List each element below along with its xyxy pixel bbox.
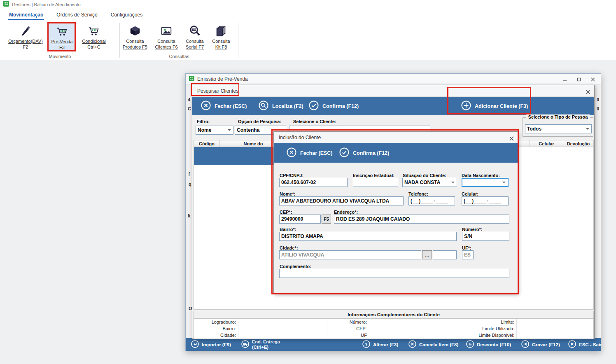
info-section-title: Informações Complementares do Cliente [194,311,594,318]
localiza-button[interactable]: Localiza (F2) [258,97,303,115]
uf-label: UF*: [462,245,471,250]
situacao-cliente-select[interactable]: NADA CONSTA [402,178,457,187]
cpf-value: 062.450.607-02 [281,180,316,185]
info-label: Limite Disponível: [463,332,517,339]
consulta-produtos-button[interactable]: Consulta Produtos F5 [121,23,149,50]
confirma-button[interactable]: Confirma (F12) [339,143,389,163]
pre-venda-button[interactable]: Pré-Venda F3 [49,23,75,51]
endereco-value: ROD ES 289 JOAQUIM CAIADO [336,216,410,222]
cep-value: 29490000 [281,216,303,222]
condicional-button[interactable]: Condicional Ctrl+C [81,23,107,50]
window-emissao-pre-venda: Emissão de Pré-Venda 4 0 C 0 [ q It O Pe… [185,73,601,351]
endereco-label: Endereço*: [334,210,358,215]
selecione-cliente-label: Selecione o Cliente: [293,119,336,124]
consulta-kit-button[interactable]: Consulta Kit F8 [209,23,233,50]
alterar-button[interactable]: $ Alterar (F3) [362,338,398,351]
app-title: Gestores | Balcão de Atendimento [12,2,81,7]
gravar-button[interactable]: Gravar (F12) [521,338,560,351]
desconto-button[interactable]: % Desconto (F10) [466,338,511,351]
cidade-search-button[interactable]: ... [422,250,432,259]
complemento-field[interactable] [279,269,509,278]
column-header-codigo[interactable]: Código [194,140,220,147]
tab-ordens-de-servico[interactable]: Ordens de Serviço [56,10,98,20]
close-icon[interactable] [509,135,514,142]
tipo-pessoa-group-label: Selecione o Tipo de Pessoa [526,114,590,119]
dialog-titlebar[interactable]: Pesquisar Clientes [192,85,594,97]
data-nascimento-select[interactable] [462,178,509,187]
close-icon[interactable] [586,89,590,96]
ribbon-separator [119,23,120,58]
end-entrega-button[interactable]: End. Entrega(Ctrl+E) [241,338,280,351]
fechar-button[interactable]: Fechar (ESC) [201,97,247,115]
button-shortcut: F2 [23,44,28,50]
celular-field[interactable]: (__)____-____ [462,196,509,205]
info-label: Bairro: [194,325,238,332]
tab-configuracoes[interactable]: Configurações [110,10,143,20]
button-shortcut: Kit F8 [215,44,227,50]
column-header-devolucao[interactable]: Devolução [563,140,593,147]
filtro-label: Filtro: [197,119,210,124]
telefone-field[interactable]: (__)____-____ [408,196,455,205]
consulta-serial-button[interactable]: 100 Consulta Serial F7 [183,23,207,50]
filtro-select[interactable]: Nome [196,126,233,135]
numero-field[interactable]: S/N [462,232,509,241]
dialog-title: Pesquisar Clientes [197,88,238,94]
button-label: Cancela Item (F8) [419,342,458,347]
button-shortcut: Serial F7 [186,44,204,50]
opcao-pesquisa-label: Opção de Pesquisa: [238,119,281,124]
cancela-item-button[interactable]: Cancela Item (F8) [408,338,458,351]
screen: Gestores | Balcão de Atendimento Movimen… [0,0,616,364]
endereco-field[interactable]: ROD ES 289 JOAQUIM CAIADO [334,215,509,224]
cep-search-button[interactable]: F5 [322,215,331,224]
info-label: Logradouro: [194,319,238,325]
cidade-field[interactable]: ATILIO VIVACQUA [279,250,421,259]
column-header-celular[interactable]: Celular [530,140,563,147]
filtro-value: Nome [198,127,211,133]
window-controls [558,74,600,85]
window-titlebar[interactable]: Emissão de Pré-Venda [186,74,601,85]
esc-sair-button[interactable]: ESC - Sair [568,338,602,351]
close-circle-icon [286,147,297,159]
confirma-button[interactable]: Confirma (F12) [308,97,359,115]
button-label: Consulta [212,38,230,44]
cpf-field[interactable]: 062.450.607-02 [279,178,348,187]
inscricao-estadual-field[interactable] [353,178,398,187]
minimize-button[interactable] [558,74,572,85]
cidade-code-field[interactable] [433,250,457,259]
nome-field[interactable]: ABAV ABATEDOURO ATILIO VIVACQUA LTDA [279,196,404,205]
ribbon-tabs: Movimentação Ordens de Serviço Configura… [0,9,616,20]
stacked-pages-icon [215,23,227,38]
maximize-button[interactable] [572,74,586,85]
uf-field[interactable]: ES [462,250,474,259]
tab-movimentacao[interactable]: Movimentação [8,10,44,20]
celular-value: (__)____-____ [464,198,502,204]
importar-button[interactable]: Importar (F9) [191,338,231,351]
consulta-clientes-button[interactable]: Consulta Clientes F6 [152,23,180,50]
button-label: Localiza (F2) [272,103,303,109]
dialog-titlebar[interactable]: Inclusão do Cliente [274,132,518,143]
adicionar-cliente-button[interactable]: Adicionar Cliente (F3) [461,97,528,115]
ribbon-separator [238,23,238,58]
dialog-title: Inclusão do Cliente [279,135,321,140]
dollar-circle-icon: $ [362,340,371,349]
svg-text:100: 100 [192,29,196,31]
bairro-field[interactable]: DISTRITO AMAPA [279,232,457,241]
orcamento-dav-button[interactable]: Orçamento(DAV) F2 [6,23,45,50]
info-label: UF [327,332,369,339]
window-title: Emissão de Pré-Venda [197,76,248,82]
cep-field[interactable]: 29490000 [279,215,321,224]
window-icon [189,75,194,83]
button-shortcut: Clientes F6 [155,44,178,50]
check-circle-icon [308,100,319,112]
background-text-fragment: 0 [597,106,599,111]
close-button[interactable] [586,74,600,85]
opcao-value: Contenha [237,127,259,133]
selected-row[interactable] [194,147,275,165]
button-shortcut: F3 [59,44,65,50]
telefone-value: (__)____-____ [411,198,448,204]
numero-label: Número*: [462,227,483,232]
fechar-button[interactable]: Fechar (ESC) [286,143,333,163]
app-icon [3,1,9,8]
button-label: Orçamento(DAV) [8,38,43,44]
tipo-pessoa-select[interactable]: Todos [525,124,592,133]
